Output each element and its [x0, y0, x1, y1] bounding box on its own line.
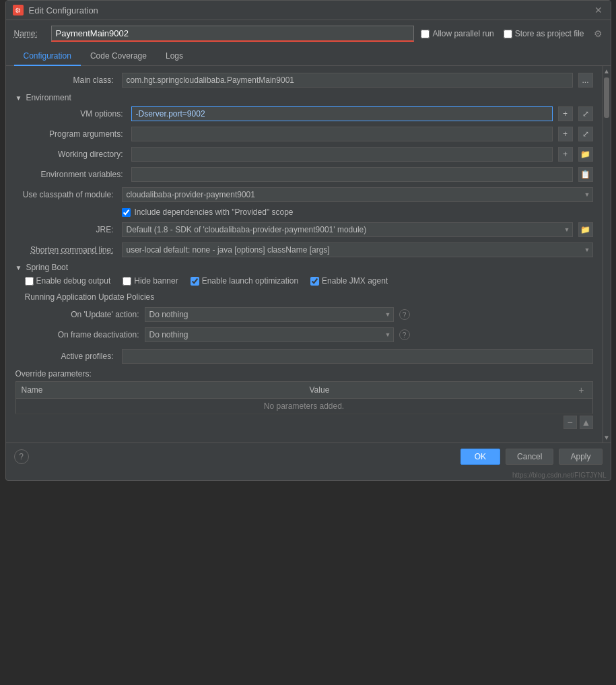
override-parameters-section: Override parameters: Name — [15, 369, 593, 429]
name-options: Allow parallel run Store as project file… — [421, 28, 602, 39]
vm-options-label: VM options: — [25, 109, 126, 119]
environment-section-header[interactable]: ▼ Environment — [15, 93, 593, 102]
vm-options-add-btn[interactable]: + — [558, 106, 573, 121]
hide-banner-input[interactable] — [123, 277, 131, 286]
scroll-down-arrow[interactable]: ▼ — [603, 434, 610, 441]
jre-select-wrapper: Default (1.8 - SDK of 'cloudalibaba-prov… — [122, 222, 573, 237]
on-frame-deactivation-help[interactable]: ? — [399, 329, 410, 340]
override-table-value-header: Value + — [304, 382, 593, 399]
use-classpath-select[interactable]: cloudalibaba-provider-payment9001 — [122, 187, 593, 202]
store-as-project-file-label: Store as project file — [515, 29, 584, 38]
enable-jmx-agent-checkbox[interactable]: Enable JMX agent — [310, 276, 388, 286]
use-classpath-label: Use classpath of module: — [15, 190, 116, 199]
shorten-command-select[interactable]: user-local default: none - java [options… — [122, 242, 593, 257]
dialog-title: Edit Configuration — [29, 5, 588, 15]
gear-icon[interactable]: ⚙ — [594, 28, 603, 39]
jre-browse-btn[interactable]: 📁 — [578, 222, 593, 237]
allow-parallel-run-input[interactable] — [421, 30, 430, 38]
content-area: Main class: ... ▼ Environment VM options… — [6, 66, 603, 443]
on-frame-deactivation-select[interactable]: Do nothing Update resources Update class… — [145, 327, 394, 342]
override-up-btn[interactable]: ▲ — [580, 416, 593, 429]
use-classpath-row: Use classpath of module: cloudalibaba-pr… — [15, 187, 593, 202]
on-update-action-select[interactable]: Do nothing Update resources Update class… — [145, 307, 394, 322]
enable-jmx-agent-label: Enable JMX agent — [322, 276, 388, 286]
ok-button[interactable]: OK — [460, 449, 500, 465]
app-icon: ⚙ — [13, 5, 24, 15]
vm-options-expand-btn[interactable]: ⤢ — [578, 106, 593, 121]
active-profiles-row: Active profiles: — [15, 349, 593, 364]
spring-boot-arrow: ▼ — [15, 264, 22, 271]
scrollbar[interactable]: ▲ ▼ — [603, 66, 611, 443]
override-table-name-header: Name — [15, 382, 304, 399]
jre-row: JRE: Default (1.8 - SDK of 'cloudalibaba… — [15, 222, 593, 237]
store-as-project-file-checkbox[interactable]: Store as project file — [504, 29, 584, 38]
enable-debug-output-checkbox[interactable]: Enable debug output — [25, 276, 111, 286]
active-profiles-input[interactable] — [122, 349, 593, 364]
name-input[interactable] — [51, 26, 415, 42]
env-variables-input[interactable] — [131, 167, 573, 182]
spring-boot-checkboxes: Enable debug output Hide banner Enable l… — [25, 276, 593, 286]
on-frame-deactivation-select-wrapper: Do nothing Update resources Update class… — [145, 327, 394, 342]
working-directory-label: Working directory: — [25, 150, 126, 159]
on-frame-deactivation-row: On frame deactivation: Do nothing Update… — [25, 327, 593, 342]
override-remove-btn[interactable]: − — [563, 416, 577, 429]
override-add-btn[interactable]: + — [576, 385, 586, 395]
main-class-input[interactable] — [122, 73, 573, 88]
spring-boot-section-header[interactable]: ▼ Spring Boot — [15, 263, 593, 272]
working-directory-input[interactable] — [131, 147, 553, 162]
jre-label: JRE: — [15, 225, 116, 234]
tabs: Configuration Code Coverage Logs — [6, 47, 611, 66]
working-directory-row: Working directory: + 📁 — [25, 147, 593, 162]
program-arguments-expand-btn[interactable]: ⤢ — [578, 127, 593, 141]
hide-banner-checkbox[interactable]: Hide banner — [123, 276, 178, 286]
environment-label: Environment — [26, 93, 71, 102]
program-arguments-label: Program arguments: — [25, 129, 126, 139]
enable-jmx-agent-input[interactable] — [310, 277, 319, 286]
apply-button[interactable]: Apply — [559, 449, 602, 465]
enable-launch-optimization-label: Enable launch optimization — [202, 276, 298, 286]
program-arguments-input[interactable] — [131, 127, 553, 141]
tab-configuration[interactable]: Configuration — [14, 47, 81, 66]
on-update-action-select-wrapper: Do nothing Update resources Update class… — [145, 307, 394, 322]
spring-boot-label: Spring Boot — [26, 263, 68, 272]
watermark: https://blog.csdn.net/FIGTJYNL — [6, 470, 611, 480]
allow-parallel-run-checkbox[interactable]: Allow parallel run — [421, 29, 493, 38]
program-arguments-add-btn[interactable]: + — [558, 127, 573, 141]
jre-select[interactable]: Default (1.8 - SDK of 'cloudalibaba-prov… — [122, 222, 573, 237]
use-classpath-select-wrapper: cloudalibaba-provider-payment9001 — [122, 187, 593, 202]
vm-options-input[interactable] — [131, 106, 553, 121]
enable-launch-optimization-checkbox[interactable]: Enable launch optimization — [191, 276, 298, 286]
main-class-label: Main class: — [15, 75, 116, 85]
close-button[interactable]: ✕ — [593, 5, 604, 15]
override-table-controls: − ▲ — [15, 416, 593, 429]
working-directory-add-btn[interactable]: + — [558, 147, 573, 162]
on-update-action-label: On 'Update' action: — [25, 310, 139, 319]
name-row: Name: Allow parallel run Store as projec… — [6, 20, 611, 47]
enable-debug-output-input[interactable] — [25, 277, 34, 286]
tab-logs[interactable]: Logs — [156, 47, 193, 66]
env-variables-row: Environment variables: 📋 — [25, 167, 593, 182]
include-deps-checkbox[interactable] — [122, 208, 131, 217]
cancel-button[interactable]: Cancel — [506, 449, 553, 465]
on-update-action-help[interactable]: ? — [399, 309, 410, 320]
program-arguments-row: Program arguments: + ⤢ — [25, 127, 593, 141]
name-label: Name: — [14, 29, 44, 38]
help-button[interactable]: ? — [14, 449, 29, 464]
environment-arrow: ▼ — [15, 94, 22, 102]
override-parameters-table: Name Value + — [15, 381, 593, 414]
shorten-command-select-wrapper: user-local default: none - java [options… — [122, 242, 593, 257]
allow-parallel-run-label: Allow parallel run — [432, 29, 493, 38]
working-directory-browse-btn[interactable]: 📁 — [578, 147, 593, 162]
main-class-browse-btn[interactable]: ... — [578, 73, 593, 88]
tab-code-coverage[interactable]: Code Coverage — [81, 47, 156, 66]
env-variables-browse-btn[interactable]: 📋 — [578, 167, 593, 182]
enable-launch-optimization-input[interactable] — [191, 277, 199, 286]
scroll-up-arrow[interactable]: ▲ — [603, 67, 610, 75]
include-deps-row: Include dependencies with "Provided" sco… — [122, 207, 593, 217]
scroll-thumb[interactable] — [604, 77, 609, 118]
override-empty-row: No parameters added. — [15, 399, 592, 414]
store-as-project-file-input[interactable] — [504, 30, 512, 38]
bottom-bar: ? OK Cancel Apply — [6, 443, 611, 470]
shorten-command-row: Shorten command line: user-local default… — [15, 242, 593, 257]
vm-options-row: VM options: + ⤢ — [25, 106, 593, 121]
